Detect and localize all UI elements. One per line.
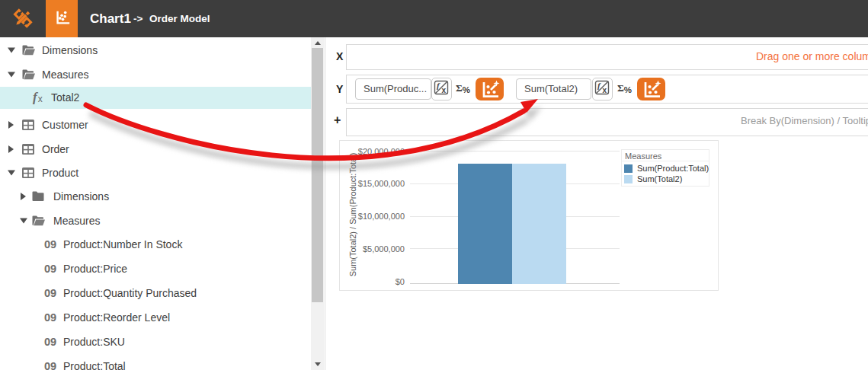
svg-text:f: f [597,81,601,90]
svg-text:f: f [437,81,440,90]
svg-text:x: x [603,86,607,94]
svg-text:x: x [442,86,447,94]
